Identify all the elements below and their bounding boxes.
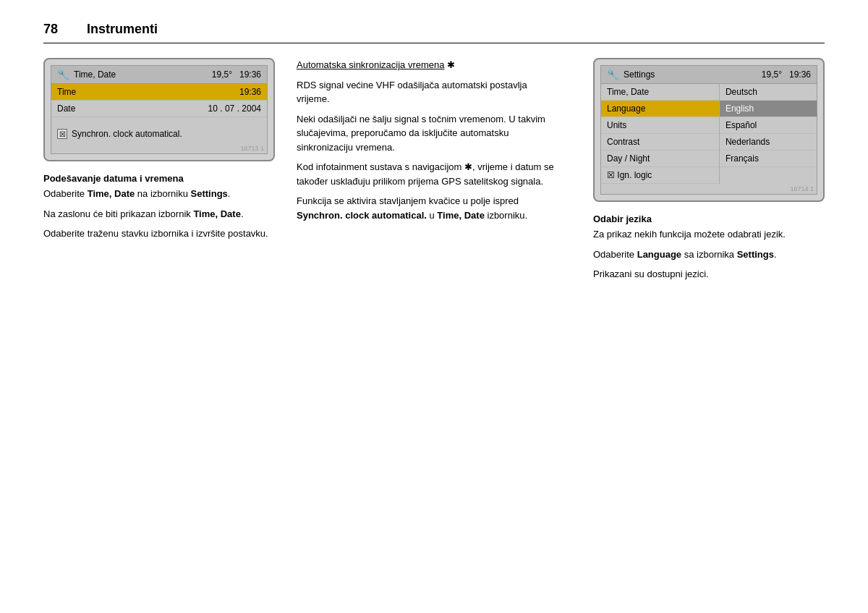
screen-checkbox-label: Synchron. clock automatical.: [72, 129, 182, 139]
middle-para-2: Neki odašiljači ne šalju signal s točnim…: [297, 112, 557, 155]
right-caption-title: Odabir jezika: [593, 214, 825, 224]
screen-temp-left: 19,5°: [212, 69, 232, 80]
device-screen-left: 🔧 Time, Date 19,5° 19:36 Time 19:36: [43, 58, 275, 161]
middle-heading-text: Automatska sinkronizacija vremena: [297, 59, 444, 70]
screen-title-left: Time, Date: [74, 69, 116, 80]
screen-lang-deutsch-label: Deutsch: [726, 87, 757, 97]
screen-menu-col-right: Time, Date Language Units Contrast: [601, 84, 720, 184]
left-caption-title: Podešavanje datuma i vremena: [43, 173, 275, 184]
left-caption-p2: Na zaslonu će biti prikazan izbornik Tim…: [43, 207, 275, 221]
screen-menu-date-label: Date: [57, 103, 75, 114]
screen-header-left-info: 🔧 Time, Date: [57, 69, 116, 80]
page-container: 78 Instrumenti 🔧 Time, Date 19,5°: [0, 0, 868, 309]
screen-checkbox[interactable]: ☒: [57, 129, 67, 139]
screen-lang-col: Deutsch English Español Nederlands: [720, 84, 817, 184]
right-caption-p2: Odaberite Language sa izbornika Settings…: [593, 248, 825, 262]
screen-menu-contrast[interactable]: Contrast: [601, 134, 719, 151]
screen-lang-francais-label: Français: [726, 153, 759, 164]
screen-title-right: Settings: [624, 69, 655, 80]
screen-header-right: 🔧 Settings 19,5° 19:36: [601, 66, 817, 84]
screen-lang-francais[interactable]: Français: [720, 151, 817, 167]
screen-menu-units[interactable]: Units: [601, 117, 719, 134]
snowflake-icon-2: ✱: [464, 161, 472, 172]
middle-para-3: Kod infotainment sustava s navigacijom ✱…: [297, 160, 557, 188]
screen-lang-espanol[interactable]: Español: [720, 117, 817, 134]
right-caption-p3: Prikazani su dostupni jezici.: [593, 267, 825, 282]
screen-menu-ignlogic-label: ☒ Ign. logic: [607, 170, 652, 180]
screen-menu-ignlogic[interactable]: ☒ Ign. logic: [601, 167, 719, 184]
middle-para-4: Funkcija se aktivira stavljanjem kvačice…: [297, 194, 557, 222]
screen-temp-right: 19,5°: [762, 69, 782, 80]
snowflake-icon-1: ✱: [447, 59, 455, 70]
middle-para-1: RDS signal većine VHF odašiljača automat…: [297, 78, 557, 106]
page-number: 78: [43, 22, 58, 37]
wrench-icon-left: 🔧: [57, 69, 69, 80]
screen-header-right-time: 19,5° 19:36: [762, 69, 811, 80]
screen-lang-espanol-label: Español: [726, 120, 757, 130]
screen-two-col: Time, Date Language Units Contrast: [601, 84, 817, 184]
screen-menu-contrast-label: Contrast: [607, 137, 639, 147]
screen-checkbox-row: ☒ Synchron. clock automatical.: [51, 124, 267, 143]
screen-watermark-left: 16713 1: [51, 143, 267, 153]
page-title: Instrumenti: [87, 22, 158, 37]
screen-lang-deutsch[interactable]: Deutsch: [720, 84, 817, 101]
screen-menu-timedate[interactable]: Time, Date: [601, 84, 719, 101]
screen-lang-nederlands[interactable]: Nederlands: [720, 134, 817, 151]
screen-header-left: 🔧 Time, Date 19,5° 19:36: [51, 66, 267, 84]
left-caption-p1: Odaberite Time, Date na izborniku Settin…: [43, 187, 275, 201]
middle-column: Automatska sinkronizacija vremena ✱ RDS …: [297, 58, 571, 232]
middle-heading: Automatska sinkronizacija vremena ✱: [297, 58, 557, 72]
screen-menu-time-value: 19:36: [239, 87, 261, 97]
screen-menu-daynight[interactable]: Day / Night: [601, 151, 719, 167]
screen-menu-time[interactable]: Time 19:36: [51, 84, 267, 101]
middle-section: Automatska sinkronizacija vremena ✱ RDS …: [297, 58, 557, 222]
screen-header-right-info: 🔧 Settings: [607, 69, 655, 80]
right-column: 🔧 Settings 19,5° 19:36: [593, 58, 825, 287]
page-header: 78 Instrumenti: [43, 22, 825, 37]
screen-time-left: 19:36: [239, 69, 261, 80]
screen-time-right: 19:36: [789, 69, 811, 80]
screen-menu-time-label: Time: [57, 87, 76, 97]
screen-menu-units-label: Units: [607, 120, 626, 130]
wrench-icon-right: 🔧: [607, 69, 619, 80]
left-caption-p3: Odaberite traženu stavku izbornika i izv…: [43, 227, 275, 241]
content-columns: 🔧 Time, Date 19,5° 19:36 Time 19:36: [43, 58, 825, 287]
screen-lang-english-label: English: [726, 103, 754, 114]
screen-watermark-right: 16714 1: [601, 184, 817, 194]
screen-menu-timedate-label: Time, Date: [607, 87, 649, 97]
screen-menu-language[interactable]: Language: [601, 101, 719, 117]
screen-lang-nederlands-label: Nederlands: [726, 137, 770, 147]
screen-inner-right: 🔧 Settings 19,5° 19:36: [600, 65, 817, 195]
device-screen-right: 🔧 Settings 19,5° 19:36: [593, 58, 825, 202]
screen-inner-left: 🔧 Time, Date 19,5° 19:36 Time 19:36: [51, 65, 268, 154]
screen-lang-english[interactable]: English: [720, 101, 817, 117]
screen-menu-daynight-label: Day / Night: [607, 153, 650, 164]
screen-menu-date[interactable]: Date 10 . 07 . 2004: [51, 101, 267, 117]
screen-header-right-left: 19,5° 19:36: [212, 69, 261, 80]
left-column: 🔧 Time, Date 19,5° 19:36 Time 19:36: [43, 58, 275, 247]
screen-menu-date-value: 10 . 07 . 2004: [208, 103, 261, 114]
screen-menu-language-label: Language: [607, 103, 645, 114]
header-divider: [43, 43, 825, 43]
right-caption-p1: Za prikaz nekih funkcija možete odabrati…: [593, 227, 825, 242]
